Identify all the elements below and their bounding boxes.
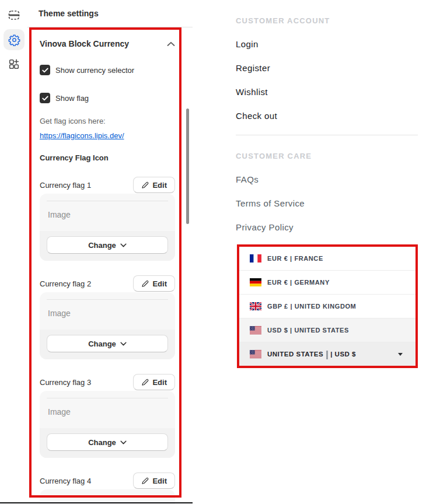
edit-button[interactable]: Edit bbox=[133, 177, 175, 193]
uk-flag-icon bbox=[250, 302, 261, 310]
bottom-capture-line bbox=[0, 502, 193, 503]
selected-currency: | USD $ bbox=[330, 351, 356, 358]
checkbox-show-flag[interactable]: Show flag bbox=[40, 93, 175, 103]
gear-icon bbox=[8, 34, 20, 46]
customer-account-heading: CUSTOMER ACCOUNT bbox=[236, 16, 418, 25]
image-preview-area[interactable]: Image bbox=[40, 391, 175, 428]
currency-option-united-states[interactable]: USD $ | UNITED STATES bbox=[239, 318, 415, 342]
currency-flag-group-2: Currency flag 2 Edit Image Change bbox=[40, 275, 175, 359]
currency-flag-group-4: Currency flag 4 Edit Image bbox=[40, 472, 175, 504]
checkbox-show-currency-selector[interactable]: Show currency selector bbox=[40, 65, 175, 75]
checkbox-label: Show flag bbox=[55, 94, 89, 103]
us-flag-icon bbox=[250, 350, 261, 358]
checkbox-checked-icon bbox=[40, 65, 50, 75]
apps-icon-glyph bbox=[8, 58, 20, 71]
currency-flag-2-label: Currency flag 2 bbox=[40, 279, 91, 288]
currency-selector-trigger[interactable]: UNITED STATES | USD $ bbox=[239, 342, 415, 366]
chevron-down-icon bbox=[398, 353, 403, 356]
change-button[interactable]: Change bbox=[47, 335, 168, 352]
edit-pencil-icon bbox=[141, 181, 149, 189]
theme-settings-panel: Theme settings Vinova Block Currency Sho… bbox=[27, 0, 193, 504]
flag-icons-link[interactable]: https://flagicons.lipis.dev/ bbox=[40, 131, 124, 140]
customer-care-heading: CUSTOMER CARE bbox=[236, 152, 418, 160]
divider bbox=[47, 398, 168, 398]
panel-title: Theme settings bbox=[39, 9, 99, 18]
selected-country: UNITED STATES bbox=[267, 351, 323, 358]
chevron-down-icon bbox=[120, 440, 127, 444]
image-label: Image bbox=[48, 309, 71, 318]
footer-link-privacy-policy[interactable]: Privacy Policy bbox=[236, 222, 418, 232]
footer-link-checkout[interactable]: Check out bbox=[236, 111, 418, 121]
germany-flag-icon bbox=[250, 278, 261, 286]
currency-flag-4-label: Currency flag 4 bbox=[40, 477, 91, 485]
edit-pencil-icon bbox=[141, 379, 149, 386]
divider bbox=[236, 135, 418, 135]
divider bbox=[47, 201, 168, 201]
theme-settings-gear-icon[interactable] bbox=[4, 29, 25, 50]
edit-pencil-icon bbox=[141, 477, 149, 485]
editor-sidebar bbox=[0, 0, 27, 504]
edit-button[interactable]: Edit bbox=[133, 374, 175, 390]
sections-icon[interactable] bbox=[4, 5, 25, 26]
footer-link-wishlist[interactable]: Wishlist bbox=[236, 87, 418, 97]
panel-body: Vinova Block Currency Show currency sele… bbox=[27, 36, 193, 504]
panel-scrollbar-thumb[interactable] bbox=[186, 108, 189, 224]
currency-flag-icon-heading: Currency Flag Icon bbox=[40, 153, 175, 162]
apps-icon[interactable] bbox=[4, 54, 25, 75]
currency-selector-annotated-box: EUR € | FRANCE EUR € | GERMANY GBP £ | U… bbox=[237, 244, 418, 368]
sections-icon-glyph bbox=[7, 8, 21, 22]
divider bbox=[47, 496, 168, 497]
change-button[interactable]: Change bbox=[47, 236, 168, 254]
currency-option-germany[interactable]: EUR € | GERMANY bbox=[239, 271, 415, 295]
footer-link-login[interactable]: Login bbox=[236, 39, 418, 49]
change-button[interactable]: Change bbox=[47, 433, 168, 451]
france-flag-icon bbox=[250, 254, 261, 262]
edit-button[interactable]: Edit bbox=[133, 275, 175, 292]
chevron-down-icon bbox=[120, 243, 127, 247]
footer-link-faqs[interactable]: FAQs bbox=[236, 174, 418, 184]
currency-flag-3-label: Currency flag 3 bbox=[40, 378, 91, 387]
image-preview-area[interactable]: Image bbox=[40, 194, 175, 231]
divider bbox=[47, 299, 168, 300]
image-picker-card: Image Change bbox=[40, 292, 175, 359]
checkbox-label: Show currency selector bbox=[55, 66, 134, 75]
us-flag-icon bbox=[250, 326, 261, 334]
image-preview-area[interactable]: Image bbox=[40, 292, 175, 330]
section-title: Vinova Block Currency bbox=[40, 39, 129, 48]
currency-flag-1-label: Currency flag 1 bbox=[40, 181, 91, 190]
currency-flag-group-1: Currency flag 1 Edit Image Change bbox=[40, 176, 175, 261]
currency-option-france[interactable]: EUR € | FRANCE bbox=[239, 247, 415, 271]
currency-option-united-kingdom[interactable]: GBP £ | UNITED KINGDOM bbox=[239, 295, 415, 318]
storefront-preview: CUSTOMER ACCOUNT Login Register Wishlist… bbox=[236, 0, 418, 232]
panel-header: Theme settings bbox=[27, 0, 193, 27]
chevron-up-icon bbox=[167, 41, 175, 47]
text-cursor bbox=[326, 351, 328, 359]
image-label: Image bbox=[48, 210, 71, 219]
flag-icons-help-text: Get flag icons here: bbox=[40, 117, 175, 125]
image-picker-card: Image Change bbox=[40, 194, 175, 261]
image-label: Image bbox=[48, 407, 71, 416]
chevron-down-icon bbox=[120, 342, 127, 346]
footer-link-terms-of-service[interactable]: Terms of Service bbox=[236, 198, 418, 208]
checkbox-checked-icon bbox=[40, 93, 50, 103]
image-picker-card: Image Change bbox=[40, 391, 175, 458]
edit-button[interactable]: Edit bbox=[133, 473, 175, 489]
currency-flag-group-3: Currency flag 3 Edit Image Change bbox=[40, 373, 175, 458]
footer-link-register[interactable]: Register bbox=[236, 63, 418, 73]
edit-pencil-icon bbox=[141, 280, 149, 288]
section-header-vinova-block-currency[interactable]: Vinova Block Currency bbox=[40, 36, 175, 52]
